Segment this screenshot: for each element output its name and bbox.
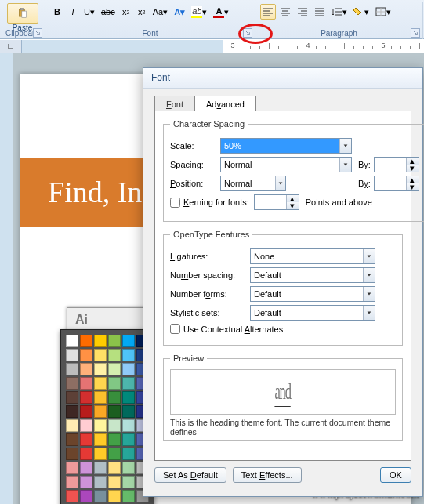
paragraph-dialog-launcher[interactable] (411, 28, 420, 38)
swatch[interactable] (122, 476, 135, 488)
swatch[interactable] (122, 349, 135, 361)
swatch[interactable] (122, 391, 135, 404)
swatch[interactable] (94, 462, 107, 474)
align-right-button[interactable] (295, 4, 310, 20)
align-left-button[interactable] (260, 4, 276, 20)
swatch[interactable] (122, 490, 135, 502)
swatch-panel[interactable] (60, 329, 154, 504)
spacing-input[interactable] (221, 158, 339, 172)
chevron-down-icon[interactable] (363, 268, 375, 282)
swatch[interactable] (108, 405, 121, 418)
swatch[interactable] (66, 377, 78, 390)
position-input[interactable] (221, 176, 275, 190)
swatch[interactable] (94, 433, 107, 446)
swatch[interactable] (94, 448, 107, 460)
line-spacing-button[interactable]: ▾ (329, 4, 350, 20)
tab-advanced[interactable]: Advanced (194, 96, 256, 111)
align-center-button[interactable] (277, 4, 293, 20)
swatch[interactable] (80, 433, 92, 446)
swatch[interactable] (108, 462, 121, 474)
italic-button[interactable]: I (66, 4, 80, 20)
ok-button[interactable]: OK (380, 467, 411, 483)
numforms-combo[interactable] (250, 286, 375, 302)
swatch[interactable] (108, 335, 121, 347)
swatch[interactable] (66, 476, 78, 488)
swatch[interactable] (66, 462, 78, 474)
spacing-by-spinner[interactable]: ▴▾ (374, 157, 419, 172)
swatch[interactable] (80, 349, 92, 361)
tab-font[interactable]: Font (154, 96, 195, 111)
underline-button[interactable]: U▾ (82, 4, 97, 20)
tab-selector[interactable] (0, 40, 22, 53)
swatch[interactable] (94, 377, 107, 390)
swatch[interactable] (108, 476, 121, 488)
swatch[interactable] (80, 419, 92, 432)
text-effects-button[interactable]: Text Effects... (233, 467, 302, 483)
clipboard-dialog-launcher[interactable] (33, 28, 42, 38)
font-color-button[interactable]: A▾ (211, 4, 231, 20)
ligatures-combo[interactable] (250, 248, 375, 264)
swatch[interactable] (80, 490, 92, 502)
subscript-button[interactable]: x2 (119, 4, 133, 20)
contextual-alternates-checkbox[interactable] (170, 324, 180, 334)
swatch[interactable] (122, 419, 135, 432)
swatch[interactable] (122, 377, 135, 390)
chevron-down-icon[interactable] (363, 287, 375, 301)
swatch[interactable] (80, 363, 92, 375)
swatch[interactable] (122, 462, 135, 474)
swatch[interactable] (66, 419, 78, 432)
justify-button[interactable] (312, 4, 328, 20)
strikethrough-button[interactable]: abc (99, 4, 118, 20)
swatch[interactable] (80, 405, 92, 418)
swatch[interactable] (66, 391, 78, 404)
chevron-down-icon[interactable] (275, 176, 285, 190)
swatch[interactable] (122, 448, 135, 460)
swatch[interactable] (80, 335, 92, 347)
swatch[interactable] (66, 448, 78, 460)
position-by-spinner[interactable]: ▴▾ (374, 176, 419, 191)
spacing-combo[interactable] (220, 157, 352, 172)
scale-combo[interactable] (220, 138, 352, 154)
swatch[interactable] (122, 335, 135, 347)
horizontal-ruler[interactable]: 34567 (0, 40, 424, 53)
swatch[interactable] (66, 490, 78, 502)
swatch[interactable] (108, 448, 121, 460)
bold-button[interactable]: B (50, 4, 64, 20)
swatch[interactable] (80, 462, 92, 474)
swatch[interactable] (108, 377, 121, 390)
swatch[interactable] (94, 349, 107, 361)
swatch[interactable] (94, 335, 107, 347)
borders-button[interactable]: ▾ (373, 4, 393, 20)
swatch[interactable] (122, 363, 135, 375)
swatch[interactable] (108, 419, 121, 432)
shading-button[interactable]: ▾ (351, 4, 371, 20)
set-default-button[interactable]: Set As Default (154, 467, 226, 483)
swatch[interactable] (80, 377, 92, 390)
text-effects-button[interactable]: A▾ (172, 4, 187, 20)
swatch[interactable] (94, 419, 107, 432)
chevron-down-icon[interactable] (363, 249, 375, 263)
stylistic-combo[interactable] (250, 305, 375, 321)
swatch[interactable] (94, 490, 107, 502)
superscript-button[interactable]: x2 (135, 4, 149, 20)
swatch[interactable] (80, 391, 92, 404)
scale-input[interactable] (221, 139, 339, 153)
swatch[interactable] (122, 433, 135, 446)
highlight-color-button[interactable]: ab▾ (189, 4, 209, 20)
swatch[interactable] (108, 391, 121, 404)
swatch[interactable] (94, 476, 107, 488)
paste-button[interactable] (7, 3, 38, 24)
swatch[interactable] (94, 391, 107, 404)
swatch[interactable] (66, 433, 78, 446)
numspacing-combo[interactable] (250, 267, 375, 283)
swatch[interactable] (108, 490, 121, 502)
swatch[interactable] (66, 405, 78, 418)
chevron-down-icon[interactable] (363, 306, 375, 320)
chevron-down-icon[interactable] (339, 139, 351, 153)
swatch[interactable] (66, 335, 78, 347)
kerning-checkbox[interactable] (170, 198, 180, 208)
kerning-spinner[interactable]: ▴▾ (254, 194, 299, 210)
swatch[interactable] (108, 349, 121, 361)
swatch[interactable] (94, 405, 107, 418)
swatch[interactable] (94, 363, 107, 375)
